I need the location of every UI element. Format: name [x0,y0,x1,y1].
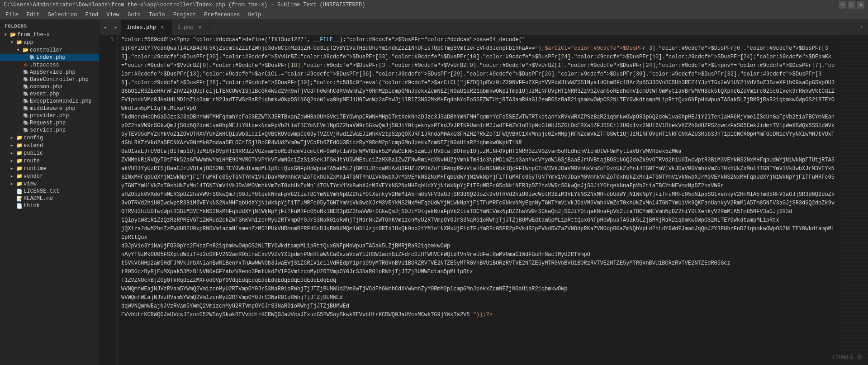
tab-nav-right[interactable]: ▸ [110,20,121,35]
tab-label-1-php: 1.php [177,24,194,31]
sidebar-item-README.md[interactable]: 📝 README.md [0,195,99,202]
tab-label-index-php: Index.php [127,24,156,31]
menu-item-project[interactable]: Project [170,11,199,19]
sidebar-header: FOLDERS [0,20,99,31]
sidebar-item-vendor[interactable]: ▸📁 vendor [0,172,99,180]
sidebar-item-think[interactable]: 📄 think [0,202,99,209]
file-icon-Request.php: 🐘 [22,120,30,126]
menu-bar: FileEditSelectionFindViewGotoToolsProjec… [0,10,868,20]
file-icon-config: 📁 [15,135,24,141]
menu-item-help[interactable]: Help [245,11,265,19]
arrow-icon-public: ▸ [8,150,15,156]
menu-item-file[interactable]: File [2,11,22,19]
sidebar-label-extend: extend [24,142,99,149]
sidebar-item-ExceptionHandle.php[interactable]: 🐘 ExceptionHandle.php [0,98,99,105]
file-icon-route: 📁 [15,158,24,164]
tab-nav-left[interactable]: ◂ [100,20,110,35]
file-icon-vendor: 📁 [15,173,24,179]
sidebar-label-ExceptionHandle.php: ExceptionHandle.php [30,98,99,104]
file-icon-view: 📁 [15,181,24,187]
main-layout: FOLDERS ▾📂 from_the-x▾📂 app▾📂 controller… [0,20,868,365]
sidebar-label-service.php: service.php [30,127,99,133]
sidebar-item-config[interactable]: ▸📁 config [0,134,99,142]
sidebar-label-AppService.php: AppService.php [30,69,99,76]
code-area[interactable]: "color:#569cd6"><?php "color:#dcdcaa">de… [118,36,841,365]
sidebar-item-Index.php[interactable]: 🐘 Index.php [0,54,99,61]
arrow-icon-view: ▸ [8,180,15,187]
sidebar-label-BaseController.php: BaseController.php [30,76,99,83]
sidebar-item-view[interactable]: ▸📁 view [0,180,99,188]
sidebar-item-AppService.php[interactable]: 🐘 AppService.php [0,69,99,76]
sidebar-item-Request.php[interactable]: 🐘 Request.php [0,119,99,127]
watermark: CSDN@未 初 [832,354,863,361]
tab-close-1-php[interactable]: × [196,24,204,31]
sidebar-item-common.php[interactable]: 🐘 common.php [0,83,99,90]
sidebar-item-BaseController.php[interactable]: 🐘 BaseController.php [0,76,99,83]
menu-item-preferences[interactable]: Preferences [200,11,243,19]
menu-item-goto[interactable]: Goto [124,11,144,19]
sidebar-item-extend[interactable]: ▸📁 extend [0,142,99,149]
editor-content: 1 "color:#569cd6"><?php "color:#dcdcaa">… [100,36,868,365]
sidebar-label-think: think [24,203,99,209]
maximize-button[interactable]: □ [848,1,855,9]
code-display: "color:#569cd6"><?php "color:#dcdcaa">de… [121,36,837,319]
file-icon-from_the-x: 📂 [9,32,17,38]
sidebar-label-provider.php: provider.php [30,113,99,119]
file-icon-common.php: 🐘 [22,84,30,90]
sidebar-item-service.php[interactable]: 🐘 service.php [0,127,99,134]
file-icon-service.php: 🐘 [22,128,30,133]
sidebar-item-runtime[interactable]: ▸📁 runtime [0,165,99,172]
menu-item-find[interactable]: Find [81,11,102,19]
sidebar-item-event.php[interactable]: 🐘 event.php [0,90,99,98]
tab-index-php[interactable]: Index.php× [121,20,172,35]
file-icon-public: 📁 [15,150,24,156]
sidebar-item-LICENSE.txt[interactable]: 📄 LICENSE.txt [0,188,99,195]
sidebar-label-route: route [24,158,99,164]
menu-item-tools[interactable]: Tools [145,11,169,19]
window-controls[interactable]: ─ □ ✕ [839,1,864,9]
file-icon-ExceptionHandle.php: 🐘 [22,99,30,104]
tab-close-index-php[interactable]: × [159,24,166,31]
file-icon-.htaccess: ⚙ [22,62,30,68]
sidebar-tree: ▾📂 from_the-x▾📂 app▾📂 controller🐘 Index.… [0,31,99,209]
arrow-icon-route: ▸ [8,157,15,164]
file-icon-think: 📄 [15,203,24,209]
tab-add-button[interactable]: + [855,20,868,35]
file-icon-LICENSE.txt: 📄 [15,189,24,194]
minimap-canvas [841,36,868,365]
editor-area: ◂ ▸ Index.php×1.php×+ 1 "color:#569cd6">… [100,20,868,365]
sidebar-item-controller[interactable]: ▾📂 controller [0,46,99,54]
file-icon-event.php: 🐘 [22,91,30,97]
sidebar-item-route[interactable]: ▸📁 route [0,157,99,165]
sidebar-label-app: app [24,39,99,46]
sidebar-item-.htaccess[interactable]: ⚙ .htaccess [0,61,99,69]
minimize-button[interactable]: ─ [839,1,846,9]
sidebar-label-controller: controller [30,47,99,53]
sidebar: FOLDERS ▾📂 from_the-x▾📂 app▾📂 controller… [0,20,100,365]
file-icon-runtime: 📁 [15,166,24,171]
sidebar-item-app[interactable]: ▾📂 app [0,38,99,46]
sidebar-label-config: config [24,135,99,141]
menu-item-selection[interactable]: Selection [44,11,81,19]
file-icon-provider.php: 🐘 [22,113,30,119]
line-numbers: 1 [100,36,118,365]
sidebar-label-middleware.php: middleware.php [30,105,99,112]
sidebar-item-provider.php[interactable]: 🐘 provider.php [0,112,99,119]
sidebar-label-common.php: common.php [30,84,99,90]
sidebar-item-middleware.php[interactable]: 🐘 middleware.php [0,105,99,112]
file-icon-Index.php: 🐘 [28,55,36,60]
arrow-icon-runtime: ▸ [8,165,15,172]
arrow-icon-controller: ▾ [14,47,22,53]
sidebar-label-Request.php: Request.php [30,120,99,126]
menu-item-view[interactable]: View [103,11,123,19]
file-icon-README.md: 📝 [15,196,24,202]
arrow-icon-app: ▾ [8,39,15,46]
close-button[interactable]: ✕ [857,1,864,9]
sidebar-item-public[interactable]: ▸📁 public [0,149,99,157]
sidebar-label-public: public [24,150,99,156]
tab-1-php[interactable]: 1.php× [172,20,209,35]
sidebar-label-Index.php: Index.php [36,54,99,61]
file-icon-AppService.php: 🐘 [22,70,30,75]
sidebar-item-from_the-x[interactable]: ▾📂 from_the-x [0,31,99,38]
menu-item-edit[interactable]: Edit [23,11,43,19]
